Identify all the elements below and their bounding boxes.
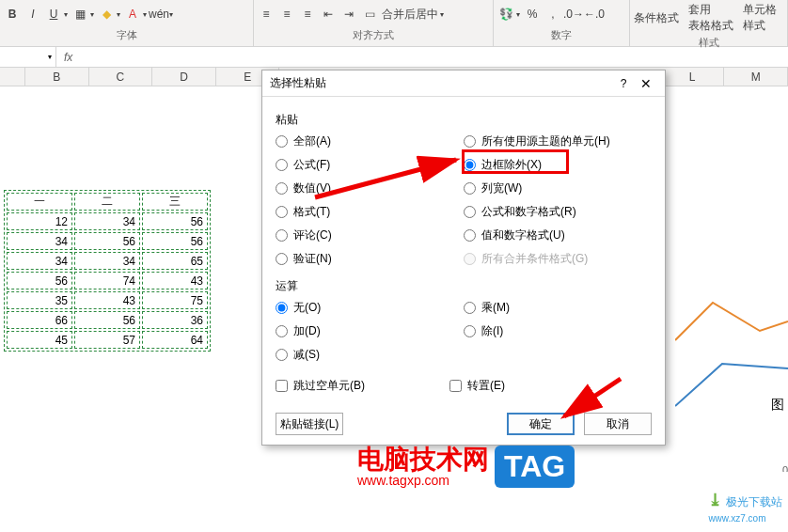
download-badge: ⤓ 极光下载站 www.xz7.com [708,490,782,524]
font-color-icon[interactable]: A [124,6,141,23]
cell[interactable]: 56 [142,212,208,230]
cell[interactable]: 34 [74,212,140,230]
phonetic-icon[interactable]: wén [150,6,167,23]
underline-icon[interactable]: U [45,6,62,23]
cell[interactable]: 56 [142,232,208,250]
cell[interactable]: 66 [7,311,72,329]
cell[interactable]: 43 [74,291,140,309]
merge-icon[interactable]: ▭ [361,6,378,23]
radio-label: 无(O) [293,300,321,316]
close-icon[interactable]: ✕ [635,76,657,91]
inc-decimal-icon[interactable]: .0→ [565,6,582,23]
radio-label: 全部(A) [293,133,331,149]
cell[interactable]: 43 [142,272,208,289]
border-icon[interactable]: ▦ [71,6,88,23]
col-header[interactable]: B [25,68,89,86]
table-format-button[interactable]: 套用 表格格式 [688,2,733,34]
radio-option[interactable]: 评论(C) [276,227,464,243]
radio-option[interactable]: 值和数字格式(U) [464,227,652,243]
radio-option[interactable]: 无(O) [276,300,464,316]
bold-icon[interactable]: B [4,6,21,23]
radio-option[interactable]: 所有使用源主题的单元(H) [464,133,652,149]
col-header[interactable]: D [152,68,216,86]
radio-label: 验证(N) [293,251,332,267]
table-header: 二 [74,193,140,211]
watermark-url: www.tagxp.com [357,473,489,488]
paste-group-label: 粘贴 [276,112,652,128]
fill-color-icon[interactable]: ◆ [98,6,115,23]
cell[interactable]: 56 [74,311,140,329]
dialog-titlebar[interactable]: 选择性粘贴 ? ✕ [262,70,665,97]
radio-label: 数值(V) [293,180,331,196]
percent-icon[interactable]: % [524,6,541,23]
skip-blanks-label: 跳过空单元(B) [293,378,365,394]
col-header[interactable]: M [724,68,788,86]
cell[interactable]: 56 [7,272,72,289]
align-center-icon[interactable]: ≡ [278,6,295,23]
italic-icon[interactable]: I [24,6,41,23]
cell[interactable]: 56 [74,232,140,250]
cell[interactable]: 65 [142,252,208,270]
ribbon-group-number: 💱▾ % , .0→ ←.0 数字 [494,0,630,46]
radio-option[interactable]: 加(D) [276,323,464,339]
radio-label: 所有使用源主题的单元(H) [481,133,610,149]
col-header[interactable]: C [89,68,153,86]
radio-option[interactable]: 数值(V) [276,180,464,196]
cond-format-button[interactable]: 条件格式 [634,10,679,26]
radio-label: 所有合并条件格式(G) [481,251,588,267]
indent-inc-icon[interactable]: ⇥ [340,6,357,23]
selected-range[interactable]: 一二三 123456 345656 343465 567443 354375 6… [4,190,211,352]
table-header: 一 [7,193,72,211]
fx-icon[interactable]: fx [56,51,80,64]
radio-option[interactable]: 公式(F) [276,157,464,173]
align-left-icon[interactable]: ≡ [258,6,275,23]
radio-option[interactable]: 格式(T) [276,204,464,220]
radio-label: 减(S) [293,347,320,363]
cell[interactable]: 12 [7,212,72,230]
radio-label: 值和数字格式(U) [481,227,565,243]
select-all-corner[interactable] [0,68,25,86]
cell[interactable]: 75 [142,291,208,309]
radio-option[interactable]: 全部(A) [276,133,464,149]
transpose-label: 转置(E) [467,378,505,394]
cell[interactable]: 45 [7,331,72,349]
watermark-text: 电脑技术网 [357,446,489,473]
radio-option[interactable]: 公式和数字格式(R) [464,204,652,220]
radio-option: 所有合并条件格式(G) [464,251,652,267]
cell[interactable]: 36 [142,311,208,329]
ribbon-label-align: 对齐方式 [258,26,489,44]
ok-button[interactable]: 确定 [507,413,575,435]
cell[interactable]: 74 [74,272,140,289]
cell[interactable]: 34 [7,232,72,250]
cell[interactable]: 35 [7,291,72,309]
align-right-icon[interactable]: ≡ [299,6,316,23]
radio-label: 评论(C) [293,227,332,243]
radio-option[interactable]: 验证(N) [276,251,464,267]
chart-fragment[interactable]: 图 0 [675,284,788,472]
dec-decimal-icon[interactable]: ←.0 [586,6,603,23]
ribbon-label-number: 数字 [497,26,625,44]
radio-option[interactable]: 除(I) [464,323,652,339]
cell-style-button[interactable]: 单元格 样式 [743,2,777,34]
comma-icon[interactable]: , [544,6,561,23]
cell[interactable]: 34 [7,252,72,270]
cell[interactable]: 57 [74,331,140,349]
radio-option[interactable]: 减(S) [276,347,464,363]
radio-option[interactable]: 乘(M) [464,300,652,316]
cell[interactable]: 64 [142,331,208,349]
col-header[interactable]: L [661,68,725,86]
indent-dec-icon[interactable]: ⇤ [320,6,337,23]
merge-label[interactable]: 合并后居中 [382,7,438,23]
chart-title: 图 [771,397,784,414]
name-box[interactable]: ▾ [0,47,56,67]
currency-icon[interactable]: 💱 [497,6,514,23]
cancel-button[interactable]: 取消 [584,413,652,435]
radio-label: 格式(T) [293,204,330,220]
radio-option[interactable]: 列宽(W) [464,180,652,196]
cell[interactable]: 34 [74,252,140,270]
skip-blanks-checkbox[interactable]: 跳过空单元(B) [276,378,365,394]
paste-link-button[interactable]: 粘贴链接(L) [276,413,343,435]
help-icon[interactable]: ? [612,77,635,90]
ribbon-group-style: 条件格式 套用 表格格式 单元格 样式 样式 [630,0,788,46]
transpose-checkbox[interactable]: 转置(E) [449,378,505,394]
